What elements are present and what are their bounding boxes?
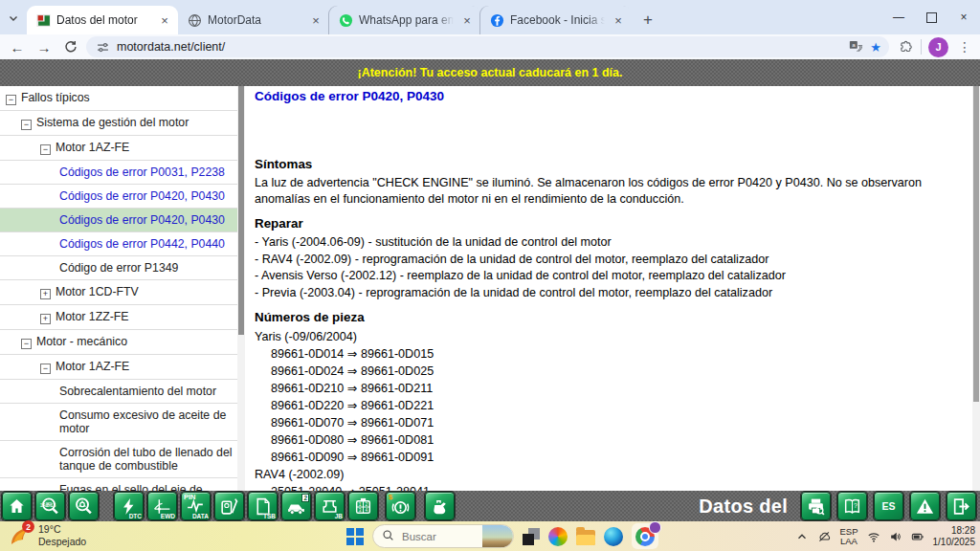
tab-title: Facebook - Inicia sesión o regís: [510, 13, 605, 27]
content-scrollbar-thumb[interactable]: [973, 86, 979, 402]
ewd-button[interactable]: EWD: [147, 492, 177, 520]
url-text: motordata.net/client/: [117, 40, 225, 54]
repair-line: - Previa (-2003.04) - reprogramación de …: [255, 285, 963, 302]
sidebar-item[interactable]: Motor - mecánico: [0, 330, 237, 355]
start-button[interactable]: [346, 528, 364, 545]
sidebar-item[interactable]: Códigos de error P0442, P0440: [0, 232, 237, 256]
tab-close-icon[interactable]: ×: [157, 12, 172, 28]
print-button[interactable]: [801, 492, 831, 520]
sidebar-item[interactable]: Códigos de error P0420, P0430: [0, 209, 237, 232]
tab-close-icon[interactable]: ×: [308, 12, 323, 28]
sidebar-item[interactable]: Códigos de error P0420, P0430: [0, 185, 237, 209]
profile-avatar[interactable]: J: [928, 37, 948, 57]
sidebar-item-label: Sistema de gestión del motor: [36, 116, 189, 129]
sidebar-item[interactable]: Sistema de gestión del motor: [0, 111, 237, 136]
copilot-button[interactable]: [548, 527, 568, 546]
language-button[interactable]: ES: [874, 492, 903, 520]
bookmark-star-icon[interactable]: ★: [870, 40, 881, 55]
dtc-button[interactable]: DTC: [114, 492, 144, 520]
tree-toggle-icon[interactable]: [40, 289, 51, 299]
sidebar-item[interactable]: Motor 1AZ-FE: [0, 355, 237, 380]
volume-icon[interactable]: [889, 530, 902, 543]
language-indicator[interactable]: ESP LAA: [839, 527, 858, 546]
clock[interactable]: 18:28 1/10/2025: [933, 525, 976, 548]
tree-toggle-icon[interactable]: [40, 364, 51, 374]
brake-warning-button[interactable]: $: [386, 492, 415, 520]
sidebar-scrollbar[interactable]: [237, 86, 245, 491]
oil-can-button[interactable]: [425, 492, 455, 520]
new-tab-button[interactable]: +: [635, 8, 660, 33]
search-highlight-image[interactable]: [482, 525, 513, 547]
repair-list: - Yaris (-2004.06-09) - sustitución de l…: [255, 234, 963, 301]
tab-close-icon[interactable]: ×: [459, 12, 475, 28]
browser-menu-icon[interactable]: ⋮: [955, 39, 974, 55]
minimize-button[interactable]: —: [882, 0, 915, 34]
maximize-button[interactable]: [915, 0, 947, 34]
sidebar-item[interactable]: Corrosión del tubo de llenado del tanque…: [0, 441, 237, 478]
weather-text: 19°C Despejado: [38, 523, 86, 548]
part-groups: Yaris (-09/06/2004) 89661-0D014 ⇒ 89661-…: [255, 328, 963, 491]
chrome-button[interactable]: [632, 523, 658, 549]
tree-toggle-icon[interactable]: [21, 339, 32, 349]
main-area: Fallos típicos Sistema de gestión del mo…: [0, 86, 980, 491]
tree-toggle-icon[interactable]: [40, 144, 51, 155]
exit-button[interactable]: [947, 492, 976, 520]
reload-button[interactable]: [59, 36, 82, 57]
wifi-icon[interactable]: [867, 530, 880, 543]
car-recall-button[interactable]: 2: [281, 492, 311, 520]
url-field[interactable]: motordata.net/client/ a ★: [86, 36, 889, 57]
sidebar-item[interactable]: Motor 1CD-FTV: [0, 280, 237, 305]
tsb-button[interactable]: TSB: [248, 492, 278, 520]
help-button[interactable]: ?: [837, 492, 867, 520]
cloud-off-icon[interactable]: [817, 530, 831, 543]
browser-tab[interactable]: WhatsApp para empresas | Má ×: [329, 6, 480, 34]
browser-tab[interactable]: Facebook - Inicia sesión o regís ×: [480, 6, 632, 34]
sidebar-item[interactable]: Fallos típicos: [0, 86, 237, 111]
sidebar-item[interactable]: Códigos de error P0031, P2238: [0, 161, 237, 185]
part-number-line: 89661-0D220 ⇒ 89661-0D221: [255, 397, 963, 414]
tray-chevron-up-icon[interactable]: [795, 530, 809, 543]
sidebar-scrollbar-thumb[interactable]: [238, 86, 244, 335]
app-toolbar: 1AZ-13: [0, 491, 980, 521]
fuse-jb-button[interactable]: JB: [315, 492, 345, 520]
browser-tab[interactable]: Datos del motor ×: [27, 6, 178, 34]
pin-data-button[interactable]: DATA PIN: [181, 492, 211, 520]
extensions-icon[interactable]: [897, 38, 914, 55]
weather-widget[interactable]: 2 19°C Despejado: [8, 523, 86, 548]
sidebar-item[interactable]: Sobrecalentamiento del motor: [0, 380, 237, 404]
taskbar-search[interactable]: [372, 524, 514, 548]
tab-close-icon[interactable]: ×: [611, 12, 626, 28]
forward-button[interactable]: →: [33, 36, 56, 57]
content-scrollbar[interactable]: [972, 86, 980, 491]
tab-search-button[interactable]: [0, 6, 27, 34]
search-input[interactable]: [400, 530, 471, 543]
sidebar-item[interactable]: Código de error P1349: [0, 256, 237, 280]
warning-button[interactable]: [910, 492, 940, 520]
translate-icon[interactable]: a: [847, 38, 864, 55]
close-button[interactable]: ×: [947, 0, 980, 34]
task-view-button[interactable]: [523, 528, 540, 545]
tree-toggle-icon[interactable]: [6, 95, 16, 105]
file-explorer-button[interactable]: [576, 530, 595, 545]
connector-button[interactable]: 1234: [348, 492, 378, 520]
engine-search-button[interactable]: 1AZ-13: [35, 492, 65, 520]
site-settings-icon[interactable]: [94, 38, 111, 55]
sidebar-item[interactable]: Consumo excesivo de aceite de motor: [0, 404, 237, 441]
multimeter-button[interactable]: [214, 492, 244, 520]
clock-date: 1/10/2025: [933, 537, 976, 548]
sidebar-item[interactable]: Motor 1AZ-FE: [0, 136, 237, 161]
svg-text:a: a: [852, 41, 856, 48]
back-button[interactable]: ←: [6, 36, 29, 57]
facebook-favicon: [490, 13, 504, 28]
symptoms-heading: Síntomas: [255, 157, 963, 171]
sidebar-item-label: Motor 1AZ-FE: [56, 360, 129, 373]
sidebar-item[interactable]: Motor 1ZZ-FE: [0, 305, 237, 330]
battery-icon[interactable]: [911, 530, 924, 543]
home-button[interactable]: [2, 492, 32, 520]
tree-toggle-icon[interactable]: [21, 120, 32, 130]
tree-toggle-icon[interactable]: [40, 314, 51, 324]
browser-tab[interactable]: MotorData ×: [178, 6, 329, 34]
edge-button[interactable]: [604, 527, 623, 546]
wheel-search-button[interactable]: [69, 492, 99, 520]
sidebar-item[interactable]: Fugas en el sello del eje de transmisión…: [0, 478, 237, 491]
